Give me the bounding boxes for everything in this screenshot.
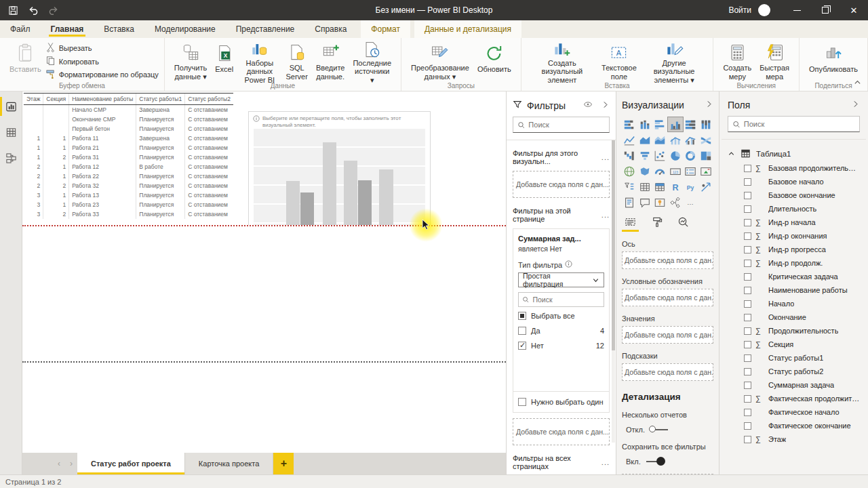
filled-map-icon[interactable] <box>637 164 653 178</box>
filter-card[interactable]: Суммарная зад... является Нет Тип фильтр… <box>513 228 610 413</box>
checkbox-icon[interactable] <box>744 165 751 172</box>
line-and-clustered-column-chart-icon[interactable] <box>683 133 698 147</box>
undo-icon[interactable] <box>24 1 42 19</box>
funnel-chart-icon[interactable] <box>637 148 653 163</box>
prev-page-arrow[interactable]: ‹ <box>53 453 65 474</box>
report-view-button[interactable] <box>0 96 22 117</box>
ribbon-tab-format[interactable]: Формат <box>361 20 410 38</box>
gauge-icon[interactable] <box>652 164 668 178</box>
field-item[interactable]: ∑Инд-р начала <box>728 216 860 229</box>
ribbon-tab-file[interactable]: Файл <box>0 20 41 38</box>
quick-measure-button[interactable]: Быстраямера <box>755 40 793 81</box>
checkbox-icon[interactable] <box>744 287 751 294</box>
cut-button[interactable]: Вырезать <box>45 41 159 55</box>
field-item[interactable]: ∑Инд-р окончания <box>728 229 860 243</box>
checkbox-icon[interactable] <box>744 354 751 362</box>
clustered-column-chart-icon[interactable] <box>668 117 684 131</box>
filters-search-input[interactable] <box>528 121 605 129</box>
line-and-stacked-column-chart-icon[interactable] <box>668 133 684 147</box>
matrix-icon[interactable] <box>652 180 668 194</box>
checkbox-icon[interactable] <box>744 205 751 213</box>
avatar[interactable] <box>758 4 770 16</box>
table-visual[interactable]: ЭтажСекцияНаименование работыСтатус рабо… <box>24 93 233 219</box>
well-dropzone-2[interactable]: Добавьте сюда поля с дан... <box>622 326 713 344</box>
checkbox-icon[interactable] <box>518 342 526 350</box>
well-dropzone-1[interactable]: Добавьте сюда поля с дан... <box>622 289 713 306</box>
new-measure-button[interactable]: Создатьмеру <box>719 40 755 81</box>
new-visual-button[interactable]: Создать визуальныйэлемент <box>527 40 597 81</box>
page-filter-dropzone[interactable]: Добавьте сюда поля с дан... <box>513 418 610 445</box>
checkbox-icon[interactable] <box>518 327 526 335</box>
stacked-column-chart-icon[interactable] <box>637 117 653 131</box>
field-item[interactable]: Фактическое окончание <box>728 419 860 432</box>
field-item[interactable]: Статус работы2 <box>728 365 860 378</box>
sign-in-button[interactable]: Войти <box>728 5 751 15</box>
ribbon-tab-modeling[interactable]: Моделирование <box>144 20 226 38</box>
filters-search[interactable] <box>513 117 610 133</box>
new-page-button[interactable]: + <box>273 453 294 474</box>
minimize-button[interactable] <box>783 0 811 20</box>
restore-button[interactable] <box>811 0 840 20</box>
save-icon[interactable] <box>4 1 22 19</box>
format-tab-icon[interactable] <box>651 216 663 232</box>
next-page-arrow[interactable]: › <box>65 453 77 474</box>
checkbox-icon[interactable] <box>744 409 751 416</box>
field-item[interactable]: Фактическое начало <box>728 405 860 419</box>
field-item[interactable]: ∑Инд-р продолж. <box>728 256 860 270</box>
checkbox-icon[interactable] <box>744 260 751 267</box>
checkbox-icon[interactable] <box>744 314 751 321</box>
more-options-icon[interactable]: … <box>683 195 698 209</box>
chevron-up-icon[interactable] <box>728 150 735 159</box>
column-header[interactable]: Статус работы2 <box>185 94 233 105</box>
well-dropzone-0[interactable]: Добавьте сюда поля с дан... <box>622 251 713 269</box>
field-item[interactable]: Статус работы1 <box>728 351 860 365</box>
ribbon-tab-data-drill[interactable]: Данные и детализация <box>414 20 521 38</box>
field-item[interactable]: Базовое начало <box>728 175 860 188</box>
100-stacked-column-chart-icon[interactable] <box>698 117 714 131</box>
checkbox-icon[interactable] <box>744 382 751 389</box>
decomposition-tree-icon[interactable] <box>668 195 684 209</box>
100-stacked-bar-chart-icon[interactable] <box>683 117 698 131</box>
data-view-button[interactable] <box>0 122 22 142</box>
paste-button[interactable]: Вставить <box>5 40 45 81</box>
area-chart-icon[interactable] <box>637 133 653 147</box>
more-options-icon[interactable]: ... <box>601 153 610 161</box>
keep-filters-toggle[interactable]: Вкл. <box>622 458 713 466</box>
checkbox-icon[interactable] <box>518 398 526 406</box>
text-box-button[interactable]: AТекстовоеполе <box>597 40 641 81</box>
map-icon[interactable] <box>622 164 637 178</box>
field-item[interactable]: Критическая задача <box>728 270 860 283</box>
arcgis-map-icon[interactable] <box>652 195 668 209</box>
model-view-button[interactable] <box>0 148 22 168</box>
collapse-visualizations-icon[interactable] <box>705 100 713 110</box>
python-visual-icon[interactable]: Py <box>683 180 698 194</box>
field-item[interactable]: ∑Инд-р прогресса <box>728 243 860 256</box>
scatter-chart-icon[interactable] <box>652 148 668 163</box>
checkbox-icon[interactable] <box>744 192 751 199</box>
page-tab-project-card[interactable]: Карточка проекта <box>185 453 273 474</box>
more-options-icon[interactable]: ... <box>601 211 610 219</box>
line-chart-icon[interactable] <box>622 133 637 147</box>
field-item[interactable]: Окончание <box>728 310 860 324</box>
page-tab-project-work-status[interactable]: Статус работ проекта <box>77 453 185 474</box>
checkbox-icon[interactable] <box>744 273 751 281</box>
checkbox-icon[interactable] <box>744 341 751 348</box>
multi-row-card-icon[interactable] <box>683 164 698 178</box>
filter-card-search-input[interactable] <box>532 296 600 304</box>
ribbon-tab-home[interactable]: Главная <box>41 20 94 38</box>
close-button[interactable]: ✕ <box>840 0 868 20</box>
redo-icon[interactable] <box>45 1 62 19</box>
checkbox-icon[interactable] <box>744 246 751 253</box>
ribbon-tab-insert[interactable]: Вставка <box>94 20 144 38</box>
column-header[interactable]: Этаж <box>24 94 43 105</box>
fields-search[interactable] <box>728 116 860 132</box>
require-single-selection[interactable]: Нужно выбрать один элеме <box>518 392 604 412</box>
fields-search-input[interactable] <box>744 120 855 128</box>
format-painter-button[interactable]: Форматирование по образцу <box>45 68 159 81</box>
kpi-icon[interactable] <box>698 164 714 178</box>
recent-sources-button[interactable]: Последниеисточники ▾ <box>349 40 395 81</box>
column-header[interactable]: Статус работы1 <box>136 94 185 105</box>
filters-scrollbar[interactable] <box>612 140 615 443</box>
analytics-tab-icon[interactable] <box>677 216 689 232</box>
checkbox-icon[interactable] <box>744 300 751 308</box>
